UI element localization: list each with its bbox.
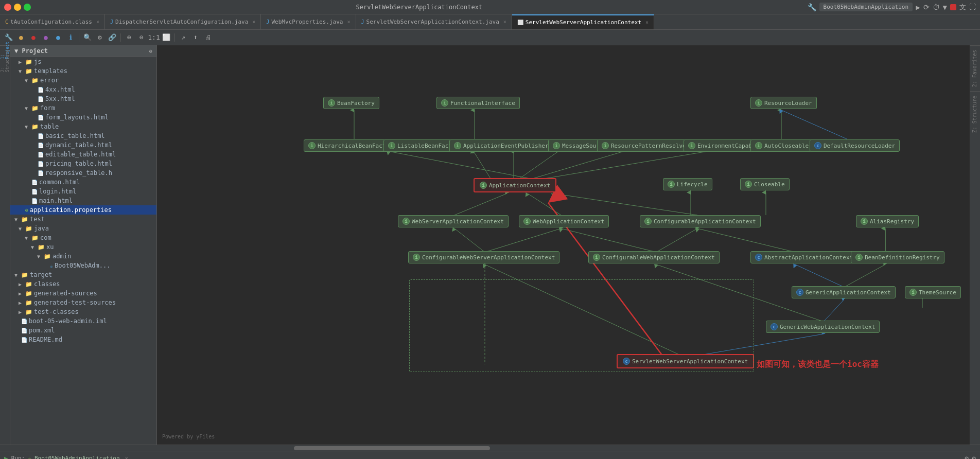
- tab5-close[interactable]: ×: [645, 20, 649, 25]
- tab4-close[interactable]: ×: [503, 19, 506, 25]
- sidebar-settings[interactable]: ⚙: [149, 48, 152, 54]
- tree-item-gen-test-sources[interactable]: ▶ 📁 generated-test-sources: [10, 298, 156, 307]
- node-applicationcontext[interactable]: i ApplicationContext: [474, 178, 556, 192]
- node-lifecycle[interactable]: i Lifecycle: [663, 178, 712, 190]
- tree-item-js[interactable]: ▶ 📁 js: [10, 57, 156, 66]
- maximize-button[interactable]: [24, 4, 31, 11]
- tree-item-com[interactable]: ▼ 📁 com: [10, 233, 156, 242]
- tab3-close[interactable]: ×: [347, 19, 350, 25]
- tab1-close[interactable]: ×: [96, 19, 99, 25]
- node-applicationeventpublisher[interactable]: i ApplicationEventPublisher: [449, 139, 553, 152]
- tree-item-main[interactable]: 📄 main.html: [10, 196, 156, 205]
- tab-3[interactable]: J WebMvcProperties.java ×: [261, 14, 356, 29]
- toolbar-circle-blue[interactable]: ●: [52, 32, 64, 43]
- node-servletwebserverapplicationcontext[interactable]: c ServletWebServerApplicationContext: [617, 354, 754, 368]
- tree-item-target[interactable]: ▼ 📁 target: [10, 270, 156, 279]
- node-aliasregistry[interactable]: i AliasRegistry: [856, 215, 919, 227]
- toolbar-share[interactable]: ↗: [178, 32, 189, 43]
- tab-4[interactable]: J ServletWebServerApplicationContext.jav…: [356, 14, 512, 29]
- tree-item-4xx[interactable]: 📄 4xx.html: [10, 85, 156, 94]
- toolbar-link[interactable]: 🔗: [107, 32, 118, 43]
- tree-item-boot05[interactable]: ☕ Boot05WebAdm...: [10, 261, 156, 270]
- tree-item-dynamic-table[interactable]: 📄 dynamic_table.html: [10, 140, 156, 150]
- toolbar-circle-purple[interactable]: ●: [40, 32, 51, 43]
- right-tab-favorites[interactable]: 2: Favorites: [970, 45, 980, 91]
- hscrollbar[interactable]: [0, 445, 980, 451]
- toolbar-tools[interactable]: ⚙: [94, 32, 106, 43]
- node-configurablewebserverapplicationcontext[interactable]: i ConfigurableWebServerApplicationContex…: [408, 251, 559, 263]
- tree-item-java[interactable]: ▼ 📁 java: [10, 224, 156, 233]
- node-beanfactory[interactable]: i BeanFactory: [323, 97, 379, 109]
- toolbar-circle-red[interactable]: ●: [28, 32, 39, 43]
- tree-item-admin[interactable]: ▼ 📁 admin: [10, 252, 156, 261]
- settings-extra-icon[interactable]: ⚙: [972, 454, 976, 459]
- tree-item-common[interactable]: 📄 common.html: [10, 178, 156, 187]
- settings-gear-icon[interactable]: ⚙: [965, 454, 969, 459]
- hscroll-thumb[interactable]: [294, 446, 490, 450]
- toolbar-icon-4[interactable]: ▼: [943, 3, 947, 11]
- run-close[interactable]: ×: [125, 455, 129, 459]
- node-functionalinterface[interactable]: i FunctionalInterface: [436, 97, 520, 109]
- toolbar-print[interactable]: 🖨: [202, 32, 214, 43]
- toolbar-export[interactable]: ⬆: [190, 32, 201, 43]
- tree-item-application-properties[interactable]: ⚙ application.properties: [10, 205, 156, 215]
- toolbar-icon-1[interactable]: ▶: [916, 3, 920, 11]
- toolbar-info[interactable]: ℹ: [65, 32, 76, 43]
- node-genericwebapplicationcontext[interactable]: c GenericWebApplicationContext: [766, 321, 880, 333]
- node-webapplicationcontext[interactable]: i WebApplicationContext: [519, 215, 609, 227]
- minimize-button[interactable]: [14, 4, 21, 11]
- right-tab-structure[interactable]: Z: Structure: [970, 91, 980, 137]
- tree-item-pricing-table[interactable]: 📄 pricing_table.html: [10, 159, 156, 168]
- tree-item-editable-table[interactable]: 📄 editable_table.html: [10, 150, 156, 159]
- tab-1[interactable]: C tAutoConfiguration.class ×: [0, 14, 105, 29]
- run-config-label[interactable]: Boot05WebAdminApplication: [819, 3, 913, 11]
- toolbar-zoom-out[interactable]: ⊖: [136, 32, 147, 43]
- toolbar-icon-2[interactable]: ⟳: [923, 3, 930, 11]
- tree-item-test-classes[interactable]: ▶ 📁 test-classes: [10, 307, 156, 316]
- tree-item-gen-sources[interactable]: ▶ 📁 generated-sources: [10, 289, 156, 298]
- toolbar-icon-3[interactable]: ⏱: [933, 3, 940, 11]
- node-configurableapplicationcontext[interactable]: i ConfigurableApplicationContext: [640, 215, 761, 227]
- side-tab-structure[interactable]: 2: Structure: [0, 56, 10, 66]
- tab-5[interactable]: ⬜ ServletWebServerApplicationContext ×: [512, 14, 654, 29]
- toolbar-square[interactable]: ⬜: [161, 32, 172, 43]
- translate-icon[interactable]: 文: [959, 3, 966, 12]
- node-defaultresourceloader[interactable]: c DefaultResourceLoader: [810, 139, 900, 152]
- node-abstractapplicationcontext[interactable]: c AbstractApplicationContext: [750, 251, 857, 263]
- node-genericapplicationcontext[interactable]: c GenericApplicationContext: [792, 286, 896, 298]
- tree-item-5xx[interactable]: 📄 5xx.html: [10, 94, 156, 103]
- tree-item-login[interactable]: 📄 login.html: [10, 187, 156, 196]
- tree-item-readme[interactable]: 📄 README.md: [10, 335, 156, 344]
- tree-item-basic-table[interactable]: 📄 basic_table.html: [10, 131, 156, 140]
- node-configurablewebapplicationcontext[interactable]: i ConfigurableWebApplicationContext: [588, 251, 720, 263]
- tree-item-error[interactable]: ▼ 📁 error: [10, 76, 156, 85]
- tree-item-responsive-table[interactable]: 📄 responsive_table.h: [10, 168, 156, 178]
- node-closeable[interactable]: i Closeable: [740, 178, 790, 190]
- tab2-close[interactable]: ×: [252, 19, 255, 25]
- toolbar-search[interactable]: 🔍: [82, 32, 93, 43]
- tree-item-xu[interactable]: ▼ 📁 xu: [10, 242, 156, 252]
- node-resourcepatternresolver[interactable]: i ResourcePatternResolver: [597, 139, 694, 152]
- tree-item-classes[interactable]: ▶ 📁 classes: [10, 279, 156, 289]
- tab-2[interactable]: J DispatcherServletAutoConfiguration.jav…: [105, 14, 261, 29]
- close-button[interactable]: [4, 4, 11, 11]
- stop-button[interactable]: [950, 4, 956, 10]
- tree-item-form[interactable]: ▼ 📁 form: [10, 103, 156, 113]
- node-webserverapplicationcontext[interactable]: i WebServerApplicationContext: [398, 215, 509, 227]
- toolbar-circle-orange[interactable]: ●: [15, 32, 27, 43]
- tree-item-table[interactable]: ▼ 📁 table: [10, 122, 156, 131]
- tree-item-form-layouts[interactable]: 📄 form_layouts.html: [10, 113, 156, 122]
- node-beandefinitionregistry[interactable]: i BeanDefinitionRegistry: [851, 251, 944, 263]
- toolbar-fit[interactable]: 1:1: [148, 32, 160, 43]
- node-label: ThemeSource: [919, 289, 956, 296]
- toolbar-screwdriver[interactable]: 🔧: [3, 32, 14, 43]
- toolbar-zoom-in[interactable]: ⊕: [124, 32, 135, 43]
- tree-item-pom[interactable]: 📄 pom.xml: [10, 326, 156, 335]
- tree-item-test[interactable]: ▼ 📁 test: [10, 215, 156, 224]
- node-resourceloader[interactable]: i ResourceLoader: [750, 97, 817, 109]
- node-autocloseable[interactable]: i AutoCloseable: [750, 139, 813, 152]
- tree-item-iml[interactable]: 📄 boot-05-web-admin.iml: [10, 316, 156, 326]
- tree-item-templates[interactable]: ▼ 📁 templates: [10, 66, 156, 76]
- settings-icon[interactable]: ⛶: [969, 3, 976, 11]
- node-themesource[interactable]: i ThemeSource: [905, 286, 961, 298]
